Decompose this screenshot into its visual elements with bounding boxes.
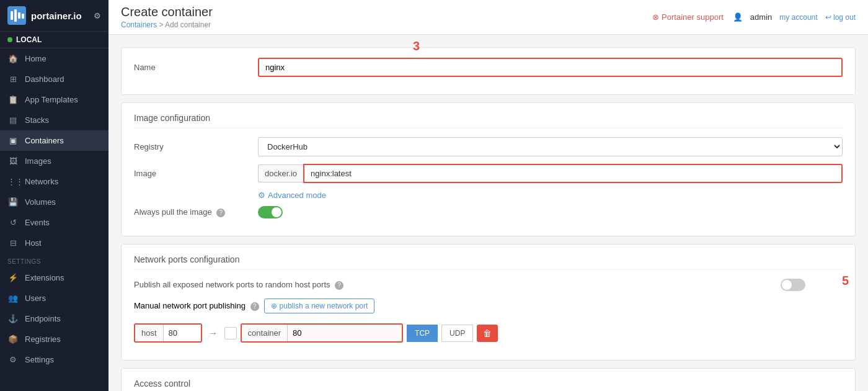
sidebar-item-app-templates[interactable]: 📋 App Templates	[0, 89, 108, 110]
port-host-input[interactable]	[164, 325, 201, 341]
name-label: Name	[134, 63, 258, 72]
sidebar-label-home: Home	[25, 54, 46, 63]
breadcrumb: Containers > Add container	[121, 20, 213, 29]
svg-rect-4	[22, 14, 24, 19]
always-pull-help-icon: ?	[216, 209, 225, 217]
main-area: Create container Containers > Add contai…	[108, 0, 868, 391]
image-prefix: docker.io	[258, 164, 303, 182]
registries-icon: 📦	[7, 335, 19, 344]
sidebar-label-endpoints: Endpoints	[25, 314, 61, 323]
port-host-label-cell: host	[135, 325, 164, 341]
advanced-mode-link-wrapper: ⚙ Advanced mode	[258, 191, 843, 200]
manual-port-label: Manual network port publishing ?	[134, 301, 259, 311]
my-account-link[interactable]: my account	[779, 13, 817, 22]
svg-rect-1	[11, 11, 13, 20]
endpoints-icon: ⚓	[7, 314, 19, 323]
sidebar-item-registries[interactable]: 📦 Registries	[0, 329, 108, 349]
manual-port-row: Manual network port publishing ? ⊕ publi…	[134, 299, 843, 343]
step3-label: 3	[413, 39, 420, 53]
sidebar-item-containers[interactable]: ▣ Containers	[0, 130, 108, 151]
plus-icon: ⊕	[271, 302, 277, 310]
user-section: 👤 admin my account ↩ log out	[733, 12, 856, 22]
sidebar-item-stacks[interactable]: ▤ Stacks	[0, 110, 108, 130]
port-checkbox[interactable]	[224, 327, 237, 339]
image-label: Image	[134, 169, 258, 178]
access-control-section: Access control Enable access control ? ✓	[121, 368, 856, 391]
settings-section-label: SETTINGS	[0, 253, 108, 267]
image-input-group: docker.io 4	[258, 164, 843, 183]
image-config-title: Image configuration	[134, 113, 843, 128]
image-config-section: Image configuration Registry DockerHub I…	[121, 102, 856, 236]
sidebar-label-app-templates: App Templates	[25, 95, 78, 104]
publish-all-row: Publish all exposed network ports to ran…	[134, 279, 843, 291]
sidebar-item-users[interactable]: 👥 Users	[0, 288, 108, 308]
sidebar-item-home[interactable]: 🏠 Home	[0, 48, 108, 69]
dashboard-icon: ⊞	[7, 74, 19, 84]
port-container-label-cell: container	[242, 325, 288, 341]
breadcrumb-separator: >	[159, 20, 163, 29]
sidebar-item-events[interactable]: ↺ Events	[0, 212, 108, 233]
support-link[interactable]: ⊗ Portainer support	[652, 12, 724, 22]
breadcrumb-current: Add container	[165, 20, 211, 29]
settings-small-icon: ⚙	[258, 191, 265, 200]
sidebar-label-host: Host	[25, 238, 42, 248]
publish-port-button[interactable]: ⊕ publish a new network port	[264, 299, 375, 313]
registry-select[interactable]: DockerHub	[258, 137, 843, 156]
images-icon: 🖼	[7, 156, 19, 166]
home-icon: 🏠	[7, 54, 19, 63]
volumes-icon: 💾	[7, 197, 19, 207]
page-title: Create container	[121, 5, 213, 19]
port-udp-button[interactable]: UDP	[441, 325, 473, 342]
port-arrow: →	[206, 328, 221, 339]
endpoint-status-dot	[7, 37, 12, 42]
image-input[interactable]	[303, 164, 843, 183]
port-tcp-button[interactable]: TCP	[407, 325, 438, 342]
step5-label: 5	[842, 274, 849, 288]
networks-icon: ⋮⋮	[7, 177, 19, 186]
sidebar-item-volumes[interactable]: 💾 Volumes	[0, 192, 108, 212]
content-area: Name 3 Image configuration Registry Dock…	[108, 35, 868, 391]
logo-area: portainer.io ⚙	[0, 0, 108, 32]
advanced-mode-link[interactable]: ⚙ Advanced mode	[258, 191, 843, 200]
name-section: Name 3	[121, 47, 856, 95]
sidebar-item-dashboard[interactable]: ⊞ Dashboard	[0, 69, 108, 89]
port-delete-button[interactable]: 🗑	[477, 325, 498, 342]
port-host-section: host	[134, 323, 202, 343]
port-container-input[interactable]	[288, 325, 402, 341]
log-out-link[interactable]: ↩ log out	[825, 13, 856, 22]
topbar: Create container Containers > Add contai…	[108, 0, 868, 35]
sidebar-item-host[interactable]: ⊟ Host	[0, 233, 108, 253]
port-container-section: container	[241, 323, 403, 343]
config-icon[interactable]: ⚙	[94, 11, 101, 20]
sidebar-label-settings: Settings	[25, 355, 54, 364]
sidebar-item-networks[interactable]: ⋮⋮ Networks	[0, 171, 108, 192]
registry-label: Registry	[134, 142, 258, 151]
sidebar-item-settings[interactable]: ⚙ Settings	[0, 349, 108, 370]
publish-all-toggle[interactable]	[781, 279, 805, 291]
extensions-icon: ⚡	[7, 273, 19, 282]
sidebar-item-extensions[interactable]: ⚡ Extensions	[0, 267, 108, 288]
username-label: admin	[750, 12, 772, 22]
support-link-label: Portainer support	[662, 12, 724, 22]
breadcrumb-parent-link[interactable]: Containers	[121, 20, 157, 29]
topbar-left: Create container Containers > Add contai…	[121, 5, 213, 29]
endpoint-section: LOCAL	[0, 32, 108, 48]
always-pull-row: Always pull the image ?	[134, 206, 843, 218]
publish-all-label: Publish all exposed network ports to ran…	[134, 280, 781, 290]
manual-port-help-icon: ?	[250, 302, 259, 311]
name-input[interactable]	[258, 58, 843, 77]
always-pull-toggle[interactable]	[258, 206, 283, 218]
port-mapping-row: host → container TCP UDP 🗑	[134, 323, 498, 343]
manual-port-header: Manual network port publishing ? ⊕ publi…	[134, 299, 374, 313]
network-ports-title: Network ports configuration	[134, 254, 843, 270]
sidebar-label-images: Images	[25, 156, 51, 166]
sidebar-item-endpoints[interactable]: ⚓ Endpoints	[0, 308, 108, 329]
sidebar-label-stacks: Stacks	[25, 115, 49, 125]
app-templates-icon: 📋	[7, 95, 19, 104]
sidebar-label-dashboard: Dashboard	[25, 74, 64, 84]
registry-row: Registry DockerHub	[134, 137, 843, 156]
endpoint-label: LOCAL	[16, 35, 42, 44]
sidebar-item-images[interactable]: 🖼 Images	[0, 151, 108, 171]
host-icon: ⊟	[7, 238, 19, 248]
settings-icon: ⚙	[7, 355, 19, 364]
